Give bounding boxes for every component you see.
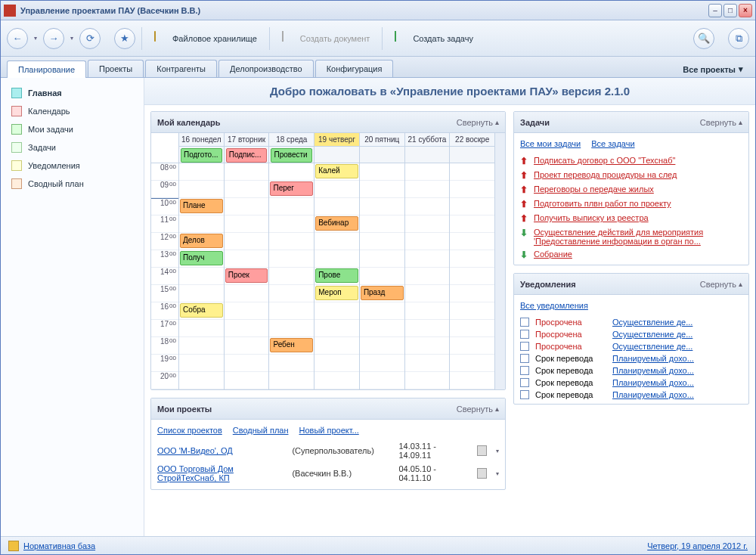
calendar-slot[interactable]: Мероп [314,285,359,302]
calendar-slot[interactable] [360,163,404,181]
calendar-slot[interactable] [179,163,224,181]
calendar-slot[interactable]: Проек [225,268,269,285]
calendar-slot[interactable] [314,302,359,320]
calendar-day-column[interactable]: 18 средаПровестиПерегРебен [268,133,314,389]
calendar-slot[interactable] [179,215,224,233]
calendar-slot[interactable] [269,268,314,285]
calendar-event[interactable]: Прове [315,268,358,283]
notification-link[interactable]: Осуществление де... [612,318,692,327]
calendar-slot[interactable] [405,215,450,233]
calendar-slot[interactable] [225,355,269,372]
calendar-slot[interactable] [405,355,450,372]
calendar-slot[interactable] [450,198,494,215]
forward-dropdown[interactable]: ▾ [67,28,76,49]
notification-link[interactable]: Планируемый дохо... [612,366,694,375]
calendar-slot[interactable] [405,285,450,302]
calendar-slot[interactable] [179,320,224,337]
all-tasks-link[interactable]: Все задачи [591,139,634,148]
day-header[interactable]: 20 пятниц [360,133,404,147]
day-header[interactable]: 19 четверг [314,133,359,147]
calendar-slot[interactable] [314,320,359,337]
calendar-slot[interactable] [450,302,494,320]
calendar-event[interactable]: Мероп [315,286,358,300]
calendar-slot[interactable]: Калей [314,163,359,181]
calendar-slot[interactable] [405,320,450,337]
sidebar-item-mytasks[interactable]: Мои задачи [1,120,144,138]
calendar-slot[interactable] [360,215,404,233]
calendar-slot[interactable] [314,233,359,250]
calendar-event[interactable]: Вебинар [315,216,358,231]
create-document-button[interactable]: Создать документ [276,29,376,48]
minimize-button[interactable]: – [708,4,722,17]
notification-link[interactable]: Осуществление де... [612,330,692,339]
calendar-slot[interactable] [450,233,494,250]
scrollbar[interactable] [494,133,505,389]
allday-slot[interactable]: Подпис... [225,147,269,163]
summary-plan-link[interactable]: Сводный план [233,426,289,435]
maximize-button[interactable]: □ [723,4,737,17]
calendar-slot[interactable] [450,285,494,302]
calendar-slot[interactable]: Перег [269,181,314,198]
all-notifications-link[interactable]: Все уведомления [520,301,588,310]
options-button[interactable]: ⧉ [728,28,749,49]
calendar-slot[interactable] [269,302,314,320]
calendar-slot[interactable] [360,250,404,268]
footer-date[interactable]: Четверг, 19 апреля 2012 г. [647,541,748,550]
allday-slot[interactable] [314,147,359,163]
checkbox[interactable] [520,366,529,375]
tab-docflow[interactable]: Делопроизводство [218,60,314,77]
calendar-slot[interactable] [405,163,450,181]
calendar-slot[interactable] [314,372,359,389]
normative-base-link[interactable]: Нормативная база [23,541,95,550]
calendar-slot[interactable] [450,250,494,268]
calendar-slot[interactable] [269,233,314,250]
calendar-slot[interactable] [269,198,314,215]
calendar-slot[interactable] [179,268,224,285]
calendar-slot[interactable]: Празд [360,285,404,302]
calendar-grid[interactable]: 0800090010001100120013001400150016001700… [151,133,505,389]
calendar-slot[interactable] [269,320,314,337]
calendar-slot[interactable] [179,337,224,355]
calendar-day-column[interactable]: 19 четвергКалейВебинарПровеМероп [314,133,359,389]
tab-projects[interactable]: Проекты [88,60,144,77]
tab-config[interactable]: Конфигурация [315,60,394,77]
calendar-slot[interactable] [405,302,450,320]
sidebar-item-home[interactable]: Главная [1,84,144,102]
day-header[interactable]: 16 понедел [179,133,224,147]
tasks-collapse[interactable]: Свернуть ▴ [700,118,742,127]
calendar-slot[interactable] [360,268,404,285]
calendar-slot[interactable] [179,181,224,198]
checkbox[interactable] [520,342,529,351]
calendar-slot[interactable] [450,181,494,198]
calendar-slot[interactable] [450,337,494,355]
task-link[interactable]: Собрание [534,250,572,259]
projects-selector[interactable]: Все проекты ▾ [677,61,749,77]
calendar-slot[interactable] [225,320,269,337]
projects-list-link[interactable]: Список проектов [157,426,222,435]
calendar-slot[interactable] [405,198,450,215]
allday-slot[interactable] [450,147,494,163]
notifications-collapse[interactable]: Свернуть ▴ [700,280,742,289]
back-button[interactable]: ← [7,28,28,49]
calendar-slot[interactable] [269,285,314,302]
close-button[interactable]: × [739,4,752,17]
task-link[interactable]: Проект перевода процедуры на след [534,170,677,179]
calendar-day-column[interactable]: 21 суббота [404,133,450,389]
calendar-slot[interactable] [360,181,404,198]
sidebar-item-calendar[interactable]: Календарь [1,102,144,120]
day-header[interactable]: 22 воскре [450,133,494,147]
calendar-slot[interactable] [360,302,404,320]
calendar-slot[interactable] [360,233,404,250]
allday-slot[interactable]: Провести [269,147,314,163]
task-link[interactable]: Подписать договор с ООО "Техснаб" [534,156,675,165]
calendar-slot[interactable]: Получ [179,250,224,268]
calendar-slot[interactable] [360,372,404,389]
task-link[interactable]: Получить выписку из реестра [534,213,649,222]
calendar-slot[interactable]: Ребен [269,337,314,355]
notification-link[interactable]: Планируемый дохо... [612,354,694,363]
calendar-event[interactable]: Подгото... [181,148,222,163]
calendar-day-column[interactable]: 16 понеделПодгото...ПланеДеловПолучСобра [178,133,224,389]
calendar-slot[interactable]: Собра [179,302,224,320]
calendar-event[interactable]: Провести [271,148,312,163]
forward-button[interactable]: → [43,28,64,49]
